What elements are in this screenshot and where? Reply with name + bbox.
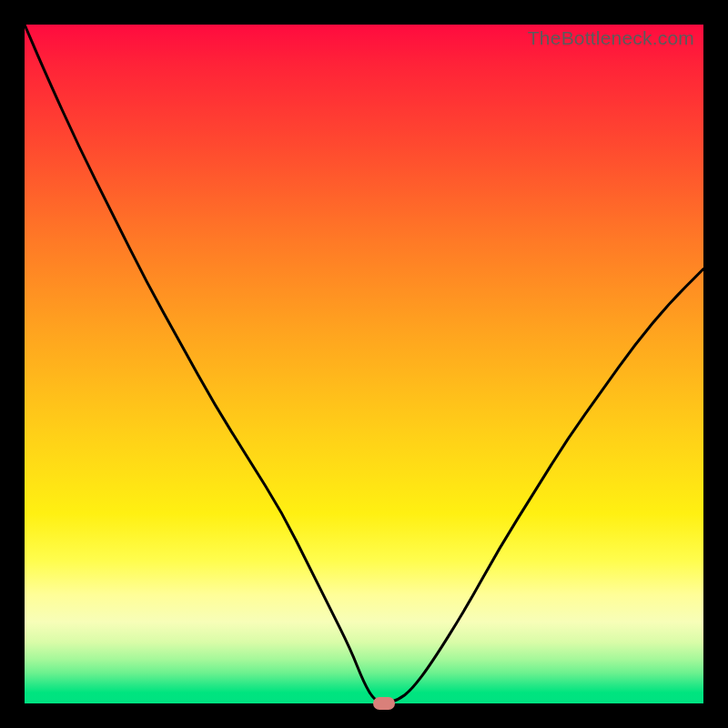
bottleneck-curve [25, 25, 703, 703]
chart-frame: TheBottleneck.com [0, 0, 728, 728]
minimum-marker [373, 697, 395, 710]
plot-area: TheBottleneck.com [25, 25, 703, 703]
